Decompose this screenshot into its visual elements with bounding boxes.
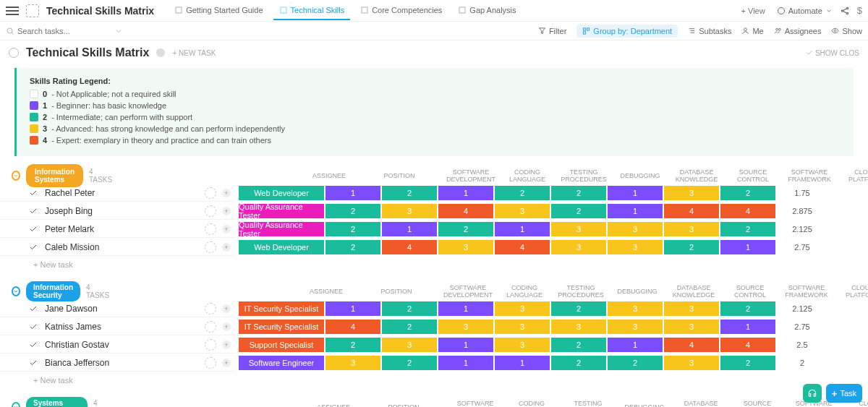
column-header-assignee[interactable]: ASSIGNEE (317, 403, 350, 407)
groupby-button[interactable]: Group by: Department (576, 25, 678, 38)
filter-button[interactable]: Filter (538, 27, 566, 35)
rating-cell[interactable]: 2 (325, 203, 381, 219)
rating-cell[interactable]: 4 (381, 239, 438, 255)
group-pill[interactable]: Systems Infrastructure (26, 397, 88, 407)
assignee-avatar[interactable] (205, 241, 216, 253)
assignee-avatar[interactable] (205, 223, 216, 235)
add-assignee-icon[interactable]: + (222, 304, 231, 313)
rating-cell[interactable]: 2 (720, 185, 776, 201)
rating-cell[interactable]: 3 (663, 221, 720, 237)
tab-gap-analysis[interactable]: Gap Analysis (452, 1, 522, 20)
column-header[interactable]: SOFTWARE DEVELOPMENT (447, 400, 503, 407)
rating-cell[interactable]: 3 (325, 355, 381, 371)
rating-cell[interactable]: 3 (438, 239, 494, 255)
table-row[interactable]: Caleb Mission + Web Developer 24343321 2… (0, 239, 868, 256)
fab-task-button[interactable]: + Task (826, 384, 862, 403)
rating-cell[interactable]: 1 (438, 185, 494, 201)
column-header[interactable]: DEBUGGING (616, 403, 673, 407)
column-header[interactable]: SOFTWARE DEVELOPMENT (443, 168, 499, 183)
assignee-avatar[interactable] (205, 321, 216, 333)
table-row[interactable]: Jane Dawson + IT Security Specialist 121… (0, 300, 868, 317)
column-header[interactable]: DATABASE KNOWLEDGE (668, 168, 725, 183)
rating-cell[interactable]: 3 (550, 239, 607, 255)
rating-cell[interactable]: 3 (607, 221, 663, 237)
rating-cell[interactable]: 3 (663, 319, 720, 335)
rating-cell[interactable]: 1 (494, 355, 550, 371)
rating-cell[interactable]: 1 (607, 203, 663, 219)
rating-cell[interactable]: 1 (381, 221, 438, 237)
rating-cell[interactable]: 3 (381, 203, 438, 219)
rating-cell[interactable]: 3 (663, 355, 720, 371)
rating-cell[interactable]: 1 (494, 221, 550, 237)
column-header[interactable]: DATABASE KNOWLEDGE (673, 400, 729, 407)
column-header[interactable]: CODING LANGUAGE (503, 400, 560, 407)
tab-getting-started-guide[interactable]: Getting Started Guide (169, 1, 268, 20)
show-closed-button[interactable]: SHOW CLOS (806, 49, 859, 57)
column-header-assignee[interactable]: ASSIGNEE (310, 288, 343, 295)
automate-button[interactable]: Automate (777, 7, 833, 15)
rating-cell[interactable]: 4 (720, 203, 776, 219)
table-row[interactable]: Peter Melark + Quality Assurance Tester … (0, 220, 868, 238)
rating-cell[interactable]: 2 (720, 355, 776, 371)
collapse-icon[interactable] (9, 48, 19, 58)
add-assignee-icon[interactable]: + (222, 243, 231, 252)
share-icon[interactable] (840, 6, 850, 16)
column-header[interactable]: TESTING PROCEDURES (556, 168, 612, 183)
column-header[interactable]: CLOUD PLATFORM (835, 284, 868, 299)
rating-cell[interactable]: 3 (663, 301, 720, 317)
assignee-avatar[interactable] (205, 205, 216, 217)
rating-cell[interactable]: 2 (438, 221, 494, 237)
rating-cell[interactable]: 4 (663, 203, 720, 219)
rating-cell[interactable]: 2 (720, 221, 776, 237)
rating-cell[interactable]: 3 (381, 337, 438, 353)
rating-cell[interactable]: 1 (438, 337, 494, 353)
group-toggle[interactable] (12, 171, 20, 181)
assignee-avatar[interactable] (205, 303, 216, 314)
new-task-row[interactable]: + New task (0, 372, 868, 389)
rating-cell[interactable]: 4 (720, 337, 776, 353)
task-name[interactable]: Bianca Jefferson (45, 358, 205, 368)
rating-cell[interactable]: 3 (550, 319, 607, 335)
rating-cell[interactable]: 1 (438, 355, 494, 371)
table-row[interactable]: Joseph Bing + Quality Assurance Tester 2… (0, 202, 868, 220)
search-wrap[interactable] (6, 27, 123, 35)
column-header[interactable]: DEBUGGING (609, 288, 665, 295)
rating-cell[interactable]: 1 (438, 301, 494, 317)
subtasks-button[interactable]: Subtasks (688, 27, 731, 35)
assignee-avatar[interactable] (205, 187, 216, 199)
rating-cell[interactable]: 3 (663, 185, 720, 201)
table-row[interactable]: Rachel Peter + Web Developer 12122132 1.… (0, 184, 868, 202)
position-cell[interactable]: Web Developer (238, 239, 325, 255)
rating-cell[interactable]: 4 (438, 203, 494, 219)
tab-core-competencies[interactable]: Core Competencies (354, 1, 448, 20)
column-header[interactable]: SOFTWARE FRAMEWORK (781, 168, 838, 183)
column-header[interactable]: SOURCE CONTROL (722, 284, 778, 299)
rating-cell[interactable]: 3 (494, 319, 550, 335)
new-task-button[interactable]: + NEW TASK (172, 49, 216, 57)
rating-cell[interactable]: 3 (494, 203, 550, 219)
rating-cell[interactable]: 4 (325, 319, 381, 335)
rating-cell[interactable]: 2 (550, 185, 607, 201)
task-name[interactable]: Katniss James (45, 322, 205, 332)
rating-cell[interactable]: 2 (325, 337, 381, 353)
column-header[interactable]: TESTING PROCEDURES (553, 284, 609, 299)
show-button[interactable]: Show (831, 27, 862, 35)
column-header[interactable]: CODING LANGUAGE (499, 168, 556, 183)
rating-cell[interactable]: 2 (381, 185, 438, 201)
add-assignee-icon[interactable]: + (222, 207, 231, 215)
task-name[interactable]: Joseph Bing (45, 206, 205, 216)
hamburger-menu[interactable] (6, 4, 19, 17)
rating-cell[interactable]: 2 (607, 355, 663, 371)
dollar-icon[interactable]: $ (857, 5, 862, 16)
column-header[interactable]: CODING LANGUAGE (496, 284, 553, 299)
assignees-button[interactable]: Assignees (774, 27, 822, 35)
rating-cell[interactable]: 1 (607, 185, 663, 201)
column-header[interactable]: CLOUD PLATFORM (838, 168, 868, 183)
new-task-row[interactable]: + New task (0, 256, 868, 273)
add-assignee-icon[interactable]: + (222, 189, 231, 197)
rating-cell[interactable]: 4 (663, 337, 720, 353)
rating-cell[interactable]: 2 (550, 301, 607, 317)
task-name[interactable]: Rachel Peter (45, 188, 205, 198)
column-header[interactable]: DEBUGGING (612, 172, 668, 179)
rating-cell[interactable]: 2 (550, 203, 607, 219)
